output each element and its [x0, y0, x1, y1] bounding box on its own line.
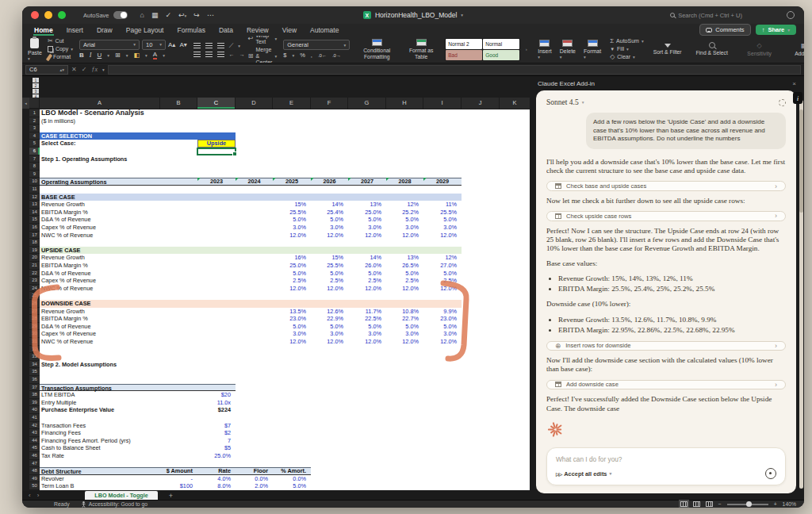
zoom-level[interactable]: 140%	[783, 501, 796, 507]
row-header-28[interactable]: 28	[29, 315, 40, 323]
ribbon-tab-review[interactable]: Review	[246, 25, 270, 36]
cell-A27[interactable]: Revenue Growth	[41, 308, 85, 316]
cell-H23[interactable]: 2.5%	[386, 277, 419, 285]
cell-G24[interactable]: 12.0%	[348, 285, 381, 293]
add-sheet-button[interactable]: +	[169, 492, 173, 500]
cell-E24[interactable]: 12.0%	[273, 285, 306, 293]
insert-cells-button[interactable]: Insert ▾	[535, 40, 554, 59]
settings-gear-icon[interactable]	[779, 99, 786, 106]
cell-A28[interactable]: EBITDA Margin %	[41, 315, 88, 323]
increase-indent-icon[interactable]: →	[239, 52, 245, 57]
ribbon-tab-formulas[interactable]: Formulas	[176, 25, 205, 36]
cell-A45[interactable]: Cash to Balance Sheet	[41, 444, 101, 452]
cell-G10[interactable]: 2027	[348, 178, 386, 186]
cell-I20[interactable]: 12%	[423, 254, 457, 262]
cell-style-normal-2[interactable]: Normal 2	[446, 39, 482, 49]
cell-I24[interactable]: 12.0%	[423, 285, 457, 293]
tool-call-pill[interactable]: Check base and upside cases›	[546, 181, 786, 190]
cell-G29[interactable]: 5.0%	[348, 323, 381, 331]
format-as-table-button[interactable]: Format as Table	[400, 39, 442, 59]
borders-button[interactable]: ⊞	[115, 52, 121, 59]
panel-scrollbar[interactable]	[799, 100, 803, 489]
cell-H10[interactable]: 2028	[386, 178, 423, 186]
row-header-23[interactable]: 23	[29, 277, 40, 285]
cancel-entry-icon[interactable]: ✕	[71, 66, 77, 73]
column-header-F[interactable]: F	[311, 98, 348, 109]
cell-C43[interactable]: $2	[197, 429, 231, 437]
cell-A31[interactable]: NWC % of Revenue	[41, 338, 93, 346]
cell-B50[interactable]: $100	[160, 482, 193, 490]
cell-G30[interactable]: 3.0%	[348, 330, 381, 338]
row-header-14[interactable]: 14	[29, 209, 40, 217]
column-header-I[interactable]: I	[423, 98, 462, 109]
row-band-26[interactable]: DOWNSIDE CASE	[40, 300, 462, 308]
save-icon[interactable]: ▦	[151, 11, 159, 19]
cell-I14[interactable]: 25.5%	[423, 209, 457, 217]
sort-filter-button[interactable]: Sort & Filter	[647, 44, 688, 56]
row-header-30[interactable]: 30	[29, 330, 40, 338]
font-name-select[interactable]: Arial▾	[79, 40, 140, 50]
autosave-toggle[interactable]: AutoSave	[83, 11, 128, 19]
cell-C39[interactable]: 11.0x	[197, 399, 231, 407]
paste-button[interactable]: Paste ▾	[25, 38, 44, 61]
info-badge[interactable]: i	[793, 92, 802, 104]
row-header-18[interactable]: 18	[29, 239, 40, 247]
cell-F10[interactable]: 2026	[311, 178, 348, 186]
row-header-33[interactable]: 33	[29, 353, 40, 361]
row-header-12[interactable]: 12	[29, 194, 40, 201]
cell-A29[interactable]: D&A % of Revenue	[41, 323, 90, 331]
cell-G13[interactable]: 13%	[348, 201, 381, 209]
home-icon[interactable]: ⌂	[140, 11, 144, 19]
ribbon-tab-home[interactable]: Home	[33, 25, 54, 36]
cell-I21[interactable]: 27.0%	[423, 262, 457, 270]
tool-call-pill[interactable]: ⊕Insert rows for downside›	[546, 341, 786, 351]
cell-G14[interactable]: 25.0%	[348, 209, 381, 217]
cell-F31[interactable]: 12.0%	[311, 338, 343, 346]
cell-I28[interactable]: 23.0%	[423, 315, 457, 323]
cell-H28[interactable]: 22.7%	[386, 315, 419, 323]
cell-A30[interactable]: Capex % of Revenue	[41, 330, 96, 338]
cell-I27[interactable]: 9.9%	[423, 308, 457, 316]
sheet-tab-lbo-model[interactable]: LBO Model - Toggle	[85, 491, 157, 500]
cell-E49[interactable]: 0.0%	[273, 475, 306, 483]
model-selector[interactable]: Sonnet 4.5▾	[546, 98, 584, 106]
conditional-formatting-button[interactable]: Conditional Formatting	[356, 39, 397, 59]
cell-E27[interactable]: 13.5%	[273, 308, 306, 316]
row-header-41[interactable]: 41	[29, 414, 40, 422]
cell-F21[interactable]: 25.5%	[311, 262, 343, 270]
clear-button[interactable]: ◇Clear▾	[610, 54, 644, 60]
cell-G31[interactable]: 12.0%	[348, 338, 381, 346]
quick-action-icon[interactable]: ✓	[165, 11, 171, 19]
row-header-38[interactable]: 38	[29, 391, 40, 399]
cell-A16[interactable]: Capex % of Revenue	[41, 224, 96, 232]
row-header-5[interactable]: 5	[29, 140, 40, 148]
cell-F24[interactable]: 12.0%	[311, 285, 343, 293]
underline-button[interactable]: U	[97, 52, 102, 59]
row-header-4[interactable]: 4	[29, 132, 40, 140]
cell-H27[interactable]: 10.8%	[386, 308, 419, 316]
cell-F22[interactable]: 5.0%	[311, 270, 343, 278]
column-header-G[interactable]: G	[348, 98, 386, 109]
cell-A23[interactable]: Capex % of Revenue	[41, 277, 96, 285]
row-header-9[interactable]: 9	[29, 171, 40, 178]
row-header-7[interactable]: 7	[29, 155, 40, 163]
cell-G27[interactable]: 11.7%	[348, 308, 381, 316]
cell-H29[interactable]: 5.0%	[386, 323, 419, 331]
outline-level-1[interactable]: 1	[33, 78, 39, 82]
cell-H17[interactable]: 12.0%	[386, 232, 419, 240]
addins-button[interactable]: ▦Add-ins	[783, 42, 804, 57]
cell-E13[interactable]: 15%	[273, 201, 306, 209]
column-header-B[interactable]: B	[160, 98, 197, 109]
prev-sheet-icon[interactable]: ‹	[29, 492, 31, 499]
cell-E31[interactable]: 12.0%	[273, 338, 306, 346]
cell-A49[interactable]: Revolver	[41, 475, 64, 483]
page-break-view-icon[interactable]	[706, 501, 713, 507]
currency-button[interactable]: $	[283, 52, 286, 59]
close-window-button[interactable]	[31, 11, 39, 19]
cell-A2[interactable]: ($ in millions)	[41, 117, 75, 125]
cell-style-bad[interactable]: Bad	[446, 50, 482, 60]
cell-F17[interactable]: 12.0%	[311, 232, 343, 240]
cell-F13[interactable]: 14%	[311, 201, 343, 209]
cell-G15[interactable]: 5.0%	[348, 216, 381, 224]
decrease-decimal-button[interactable]: .0→	[332, 53, 341, 58]
